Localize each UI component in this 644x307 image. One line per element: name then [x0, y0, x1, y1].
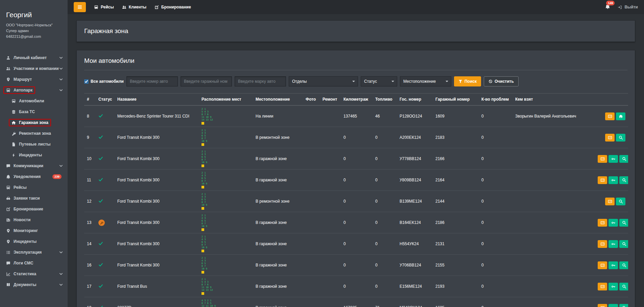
search-action-button[interactable] — [619, 240, 628, 248]
sidebar-item-statistika[interactable]: Статистика — [0, 268, 68, 279]
card-action-button[interactable] — [598, 176, 607, 184]
sidebar-item-novosti[interactable]: Новости — [0, 214, 68, 225]
sidebar-item-dokumenty[interactable]: Документы — [0, 279, 68, 290]
status-repair-wrench-icon — [98, 220, 105, 226]
sidebar-item-avtopark[interactable]: Автопарк — [0, 85, 68, 96]
brand-input[interactable] — [235, 76, 286, 86]
cell-taken-by — [512, 148, 594, 170]
card-action-button[interactable] — [605, 198, 615, 205]
all-vehicles-filter[interactable]: Все автомобили — [84, 79, 124, 84]
sidebar-item-remontnaya-zona[interactable]: Ремонтная зона — [0, 128, 68, 139]
sidebar-item-incidenty[interactable]: Инциденты — [0, 236, 68, 247]
topbar-link-label: Рейсы — [101, 5, 114, 9]
search-action-button[interactable] — [619, 283, 628, 290]
sidebar-item-content: Заявки такси — [6, 196, 40, 201]
search-button[interactable]: Поиск — [454, 76, 481, 86]
sidebar-item-rejsy[interactable]: Рейсы — [0, 182, 68, 193]
sidebar-item-incidenty-sub[interactable]: Инциденты — [0, 150, 68, 160]
sidebar-item-ekspluataciya[interactable]: Эксплуатация — [0, 247, 68, 258]
vehicle-row: 1922277D4 3 2 1 8 7 6 5 12 11 10 9 16 15… — [84, 297, 628, 307]
cell-fuel: 0 — [373, 127, 397, 148]
topbar-link-rejsy[interactable]: Рейсы — [94, 5, 114, 9]
key-action-button[interactable] — [609, 176, 618, 184]
cell-number: 16 — [84, 255, 96, 276]
sidebar-item-content: Эксплуатация — [6, 250, 42, 255]
sidebar-item-avtomobili[interactable]: Автомобили — [0, 96, 68, 106]
sidebar-item-logi-sms[interactable]: Логи СМС — [0, 258, 68, 268]
sidebar-item-garazhnaya-zona[interactable]: Гаражная зона — [0, 117, 68, 128]
card-action-button[interactable] — [598, 283, 607, 290]
sidebar-item-baza-ts[interactable]: База ТС — [0, 106, 68, 117]
bus-icon — [11, 99, 16, 103]
cell-taken-by — [512, 255, 594, 276]
menu-toggle-button[interactable] — [74, 2, 86, 12]
cell-status — [96, 276, 115, 297]
garage-number-input[interactable] — [181, 76, 232, 86]
cell-number: 8 — [84, 105, 96, 127]
status-select[interactable]: Статус — [361, 76, 397, 86]
topbar-link-klienty[interactable]: Клиенты — [122, 5, 146, 9]
seat-numbers: 2 1 4 3 6 5 8 7 10 9 — [201, 129, 250, 143]
card-action-button[interactable] — [598, 304, 607, 307]
departments-select[interactable]: Отделы — [289, 76, 358, 86]
card-action-button[interactable] — [598, 219, 607, 227]
sidebar-item-uchastniki-i-kompanii[interactable]: Участники и компании — [0, 63, 68, 74]
search-action-button[interactable] — [616, 198, 625, 205]
search-action-button[interactable] — [619, 219, 628, 227]
sidebar-item-monitoring[interactable]: Мониторинг — [0, 225, 68, 236]
cell-actions — [594, 105, 628, 127]
all-vehicles-label: Все автомобили — [91, 79, 124, 84]
cell-actions — [594, 233, 628, 255]
cell-mileage: 137465 — [341, 105, 373, 127]
card-action-button[interactable] — [605, 112, 615, 120]
sidebar-item-zayavki-taksi[interactable]: Заявки такси — [0, 193, 68, 204]
vehicle-number-input[interactable] — [126, 76, 178, 86]
sidebar-item-label: Гаражная зона — [19, 120, 48, 125]
cell-problems: 0 — [479, 148, 512, 170]
all-vehicles-checkbox[interactable] — [84, 79, 89, 84]
panel-divider — [84, 70, 627, 70]
search-action-button[interactable] — [619, 155, 628, 163]
sidebar-item-kommunikacii[interactable]: Коммуникации — [0, 160, 68, 171]
vehicle-row: 12Ford Transit Kombi 3002 1 4 3 6 5 8 7 … — [84, 191, 628, 212]
clear-button[interactable]: Очистить — [484, 76, 519, 86]
notifications-bell[interactable]: 149 — [605, 4, 610, 10]
key-action-button[interactable] — [609, 219, 618, 227]
location-select[interactable]: Местоположение — [400, 76, 451, 86]
sidebar-nav: Личный кабинетУчастники и компанииМаршру… — [0, 52, 68, 290]
cell-seatmap: 2 1 5 4 3 8 7 6 11 10 9 14 13 12 — [199, 276, 253, 297]
card-action-button[interactable] — [598, 261, 607, 269]
sidebar-item-putevye-listy[interactable]: Путевые листы — [0, 139, 68, 150]
search-action-button[interactable] — [616, 134, 625, 142]
sidebar-item-content: Мониторинг — [6, 228, 38, 233]
search-action-button[interactable] — [619, 261, 628, 269]
cell-problems: 0 — [479, 233, 512, 255]
sidebar-item-lichnyj-kabinet[interactable]: Личный кабинет — [0, 52, 68, 63]
search-action-button[interactable] — [619, 176, 628, 184]
topbar-link-bronirovanie[interactable]: Бронирование — [154, 5, 191, 9]
sidebar-item-bronirovanie[interactable]: Бронирование — [0, 204, 68, 214]
cell-seatmap: 2 1 4 3 6 5 8 7 10 9 — [199, 255, 253, 276]
home-action-button[interactable] — [616, 112, 625, 120]
sidebar-item-uvedomleniya[interactable]: Уведомления239 — [0, 171, 68, 182]
status-select-wrap: Статус — [361, 76, 397, 86]
key-action-button[interactable] — [609, 283, 618, 290]
key-action-button[interactable] — [609, 261, 618, 269]
key-action-button[interactable] — [609, 240, 618, 248]
sidebar-item-marshrut[interactable]: Маршрут — [0, 74, 68, 85]
notifications-badge: 239 — [52, 174, 62, 179]
logout-button[interactable]: Выйти — [618, 5, 638, 9]
seat-numbers: 2 1 4 3 6 5 8 7 10 9 — [201, 150, 250, 164]
panel-title: Мои автомобили — [84, 57, 627, 65]
seat-numbers: 2 1 5 4 3 8 7 6 11 10 9 14 13 12 — [201, 278, 250, 291]
cell-status — [96, 297, 115, 307]
cell-plate: У809ВВ124 — [397, 170, 433, 191]
topbar-right: 149 Выйти — [605, 4, 638, 10]
key-action-button[interactable] — [609, 304, 618, 307]
card-action-button[interactable] — [598, 240, 607, 248]
card-action-button[interactable] — [605, 134, 615, 142]
key-action-button[interactable] — [609, 155, 618, 163]
sidebar-item-content: Ремонтная зона — [11, 131, 51, 136]
search-action-button[interactable] — [619, 304, 628, 307]
card-action-button[interactable] — [598, 155, 607, 163]
